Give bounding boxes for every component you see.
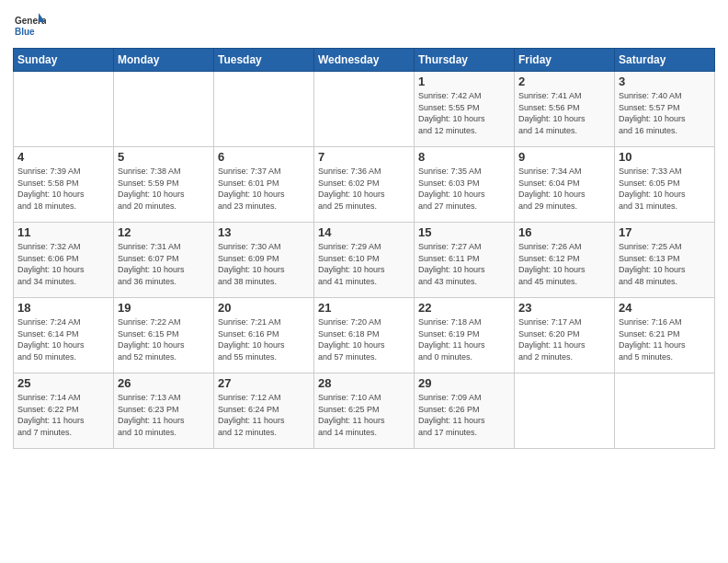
day-info: Sunrise: 7:30 AM Sunset: 6:09 PM Dayligh… (218, 241, 310, 287)
day-number: 1 (418, 75, 510, 88)
day-info: Sunrise: 7:39 AM Sunset: 5:58 PM Dayligh… (17, 166, 109, 212)
calendar-cell: 14Sunrise: 7:29 AM Sunset: 6:10 PM Dayli… (314, 223, 415, 298)
column-header-thursday: Thursday (415, 49, 515, 72)
day-info: Sunrise: 7:40 AM Sunset: 5:57 PM Dayligh… (619, 90, 711, 136)
day-info: Sunrise: 7:22 AM Sunset: 6:15 PM Dayligh… (118, 316, 210, 362)
day-number: 4 (17, 150, 109, 164)
calendar-cell: 4Sunrise: 7:39 AM Sunset: 5:58 PM Daylig… (14, 147, 114, 223)
day-info: Sunrise: 7:32 AM Sunset: 6:06 PM Dayligh… (17, 241, 109, 287)
day-number: 27 (218, 376, 310, 390)
calendar-cell: 1Sunrise: 7:42 AM Sunset: 5:55 PM Daylig… (415, 72, 515, 147)
calendar-cell: 21Sunrise: 7:20 AM Sunset: 6:18 PM Dayli… (314, 298, 415, 373)
calendar-cell (615, 373, 715, 449)
logo-icon-wrapper: General Blue (13, 9, 46, 42)
logo: General Blue (13, 9, 46, 42)
column-header-friday: Friday (515, 49, 615, 72)
day-info: Sunrise: 7:21 AM Sunset: 6:16 PM Dayligh… (218, 316, 310, 362)
calendar-cell: 25Sunrise: 7:14 AM Sunset: 6:22 PM Dayli… (14, 373, 114, 449)
column-header-monday: Monday (114, 49, 214, 72)
day-info: Sunrise: 7:41 AM Sunset: 5:56 PM Dayligh… (518, 90, 610, 136)
day-info: Sunrise: 7:36 AM Sunset: 6:02 PM Dayligh… (318, 166, 410, 212)
calendar-cell: 26Sunrise: 7:13 AM Sunset: 6:23 PM Dayli… (114, 373, 214, 449)
day-number: 13 (218, 225, 310, 239)
header: General Blue (13, 9, 715, 42)
calendar-cell: 20Sunrise: 7:21 AM Sunset: 6:16 PM Dayli… (214, 298, 314, 373)
calendar-cell: 22Sunrise: 7:18 AM Sunset: 6:19 PM Dayli… (415, 298, 515, 373)
day-info: Sunrise: 7:10 AM Sunset: 6:25 PM Dayligh… (318, 392, 410, 438)
day-number: 3 (619, 75, 711, 88)
day-info: Sunrise: 7:31 AM Sunset: 6:07 PM Dayligh… (118, 241, 210, 287)
calendar-cell: 18Sunrise: 7:24 AM Sunset: 6:14 PM Dayli… (14, 298, 114, 373)
calendar-cell (114, 72, 214, 147)
day-number: 12 (118, 225, 210, 239)
day-number: 7 (318, 150, 410, 164)
day-info: Sunrise: 7:20 AM Sunset: 6:18 PM Dayligh… (318, 316, 410, 362)
day-info: Sunrise: 7:33 AM Sunset: 6:05 PM Dayligh… (619, 166, 711, 212)
column-header-wednesday: Wednesday (314, 49, 415, 72)
calendar-cell: 19Sunrise: 7:22 AM Sunset: 6:15 PM Dayli… (114, 298, 214, 373)
calendar-week-2: 4Sunrise: 7:39 AM Sunset: 5:58 PM Daylig… (14, 147, 715, 223)
day-number: 8 (418, 150, 510, 164)
calendar-cell (214, 72, 314, 147)
calendar-week-5: 25Sunrise: 7:14 AM Sunset: 6:22 PM Dayli… (14, 373, 715, 449)
calendar-header-row: SundayMondayTuesdayWednesdayThursdayFrid… (14, 49, 715, 72)
calendar-cell: 11Sunrise: 7:32 AM Sunset: 6:06 PM Dayli… (14, 223, 114, 298)
day-number: 25 (17, 376, 109, 390)
calendar-cell: 8Sunrise: 7:35 AM Sunset: 6:03 PM Daylig… (415, 147, 515, 223)
day-number: 20 (218, 301, 310, 315)
day-number: 23 (518, 301, 610, 315)
day-info: Sunrise: 7:29 AM Sunset: 6:10 PM Dayligh… (318, 241, 410, 287)
calendar-cell: 15Sunrise: 7:27 AM Sunset: 6:11 PM Dayli… (415, 223, 515, 298)
calendar-cell: 24Sunrise: 7:16 AM Sunset: 6:21 PM Dayli… (615, 298, 715, 373)
day-info: Sunrise: 7:18 AM Sunset: 6:19 PM Dayligh… (418, 316, 510, 362)
day-info: Sunrise: 7:17 AM Sunset: 6:20 PM Dayligh… (518, 316, 610, 362)
column-header-saturday: Saturday (615, 49, 715, 72)
calendar-cell: 27Sunrise: 7:12 AM Sunset: 6:24 PM Dayli… (214, 373, 314, 449)
svg-text:Blue: Blue (15, 27, 35, 37)
day-number: 6 (218, 150, 310, 164)
day-info: Sunrise: 7:27 AM Sunset: 6:11 PM Dayligh… (418, 241, 510, 287)
day-info: Sunrise: 7:35 AM Sunset: 6:03 PM Dayligh… (418, 166, 510, 212)
calendar-cell: 9Sunrise: 7:34 AM Sunset: 6:04 PM Daylig… (515, 147, 615, 223)
day-number: 2 (518, 75, 610, 88)
day-number: 18 (17, 301, 109, 315)
calendar-cell: 16Sunrise: 7:26 AM Sunset: 6:12 PM Dayli… (515, 223, 615, 298)
calendar-table: SundayMondayTuesdayWednesdayThursdayFrid… (13, 48, 715, 449)
column-header-tuesday: Tuesday (214, 49, 314, 72)
day-info: Sunrise: 7:34 AM Sunset: 6:04 PM Dayligh… (518, 166, 610, 212)
day-info: Sunrise: 7:13 AM Sunset: 6:23 PM Dayligh… (118, 392, 210, 438)
calendar-cell: 6Sunrise: 7:37 AM Sunset: 6:01 PM Daylig… (214, 147, 314, 223)
day-info: Sunrise: 7:42 AM Sunset: 5:55 PM Dayligh… (418, 90, 510, 136)
logo-wrapper: General Blue (13, 9, 46, 42)
day-info: Sunrise: 7:24 AM Sunset: 6:14 PM Dayligh… (17, 316, 109, 362)
day-info: Sunrise: 7:26 AM Sunset: 6:12 PM Dayligh… (518, 241, 610, 287)
day-info: Sunrise: 7:25 AM Sunset: 6:13 PM Dayligh… (619, 241, 711, 287)
day-number: 14 (318, 225, 410, 239)
page-container: General Blue SundayMondayTuesdayWednesda… (0, 0, 728, 454)
calendar-cell: 28Sunrise: 7:10 AM Sunset: 6:25 PM Dayli… (314, 373, 415, 449)
day-number: 26 (118, 376, 210, 390)
calendar-cell: 7Sunrise: 7:36 AM Sunset: 6:02 PM Daylig… (314, 147, 415, 223)
day-info: Sunrise: 7:09 AM Sunset: 6:26 PM Dayligh… (418, 392, 510, 438)
day-number: 10 (619, 150, 711, 164)
day-number: 16 (518, 225, 610, 239)
calendar-cell: 5Sunrise: 7:38 AM Sunset: 5:59 PM Daylig… (114, 147, 214, 223)
day-info: Sunrise: 7:14 AM Sunset: 6:22 PM Dayligh… (17, 392, 109, 438)
calendar-cell: 10Sunrise: 7:33 AM Sunset: 6:05 PM Dayli… (615, 147, 715, 223)
day-number: 11 (17, 225, 109, 239)
day-info: Sunrise: 7:38 AM Sunset: 5:59 PM Dayligh… (118, 166, 210, 212)
day-info: Sunrise: 7:37 AM Sunset: 6:01 PM Dayligh… (218, 166, 310, 212)
day-number: 9 (518, 150, 610, 164)
calendar-cell: 3Sunrise: 7:40 AM Sunset: 5:57 PM Daylig… (615, 72, 715, 147)
logo-svg: General Blue (13, 9, 46, 42)
calendar-cell: 12Sunrise: 7:31 AM Sunset: 6:07 PM Dayli… (114, 223, 214, 298)
calendar-week-1: 1Sunrise: 7:42 AM Sunset: 5:55 PM Daylig… (14, 72, 715, 147)
day-number: 22 (418, 301, 510, 315)
day-number: 29 (418, 376, 510, 390)
calendar-cell (515, 373, 615, 449)
day-info: Sunrise: 7:12 AM Sunset: 6:24 PM Dayligh… (218, 392, 310, 438)
calendar-cell (14, 72, 114, 147)
calendar-cell: 13Sunrise: 7:30 AM Sunset: 6:09 PM Dayli… (214, 223, 314, 298)
calendar-cell (314, 72, 415, 147)
calendar-cell: 23Sunrise: 7:17 AM Sunset: 6:20 PM Dayli… (515, 298, 615, 373)
